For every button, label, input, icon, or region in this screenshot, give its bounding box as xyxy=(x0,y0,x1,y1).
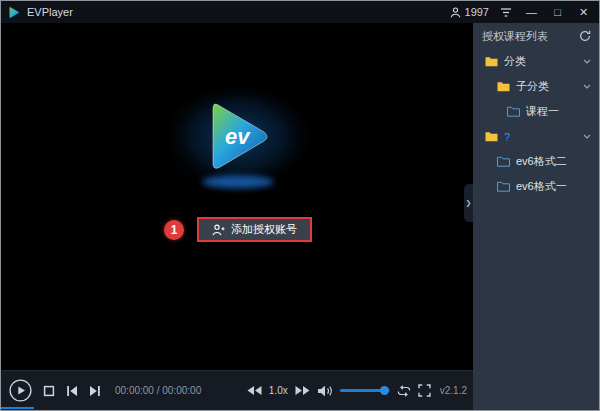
add-account-row: 1 添加授权账号 xyxy=(164,217,312,242)
seek-bar[interactable] xyxy=(1,407,475,409)
chevron-down-icon[interactable] xyxy=(583,84,591,89)
minimize-button[interactable]: — xyxy=(523,4,540,20)
titlebar-right: 1997 — □ ✕ xyxy=(450,4,592,20)
folder-icon xyxy=(497,81,510,92)
previous-button[interactable] xyxy=(66,385,78,397)
ev-logo-text: ev xyxy=(225,124,251,149)
add-account-label: 添加授权账号 xyxy=(231,222,297,237)
tree-item-category[interactable]: 分类 xyxy=(473,49,599,74)
seek-progress xyxy=(1,407,34,409)
tree-item-label: 分类 xyxy=(504,54,526,69)
sidebar-header: 授权课程列表 xyxy=(473,23,599,49)
app-title: EVPlayer xyxy=(27,6,73,18)
folder-icon xyxy=(507,106,520,117)
tree-item-ev6-format-2[interactable]: ev6格式二 xyxy=(473,149,599,174)
sidebar-collapse-handle[interactable]: ❯ xyxy=(464,184,473,222)
control-bar: 00:00:00 / 00:00:00 1.0x xyxy=(1,370,475,410)
tree-item-unnamed[interactable]: ? xyxy=(473,124,599,149)
chevron-down-icon[interactable] xyxy=(583,134,591,139)
tree-item-ev6-format-1[interactable]: ev6格式一 xyxy=(473,174,599,199)
volume-icon[interactable] xyxy=(317,385,333,397)
rewind-button[interactable] xyxy=(247,386,262,395)
maximize-button[interactable]: □ xyxy=(549,4,566,20)
tree-item-label: 课程一 xyxy=(526,104,559,119)
sidebar-title: 授权课程列表 xyxy=(482,29,548,44)
tree-item-label: ev6格式二 xyxy=(516,154,567,169)
add-account-button[interactable]: 添加授权账号 xyxy=(197,217,312,242)
close-button[interactable]: ✕ xyxy=(575,4,592,20)
course-tree: 分类 子分类 课程一 xyxy=(473,49,599,199)
app-logo-icon xyxy=(8,6,21,19)
speed-label[interactable]: 1.0x xyxy=(269,385,288,396)
ev-logo: ev xyxy=(158,85,318,215)
video-area: ev 1 添加授权账号 xyxy=(1,23,475,370)
main-area: ev 1 添加授权账号 xyxy=(1,23,475,410)
next-button[interactable] xyxy=(89,385,101,397)
account-name: 1997 xyxy=(465,6,489,18)
account-button[interactable]: 1997 xyxy=(450,6,489,18)
annotation-step-1: 1 xyxy=(164,220,184,240)
stop-button[interactable] xyxy=(43,385,55,397)
tree-item-label: 子分类 xyxy=(516,79,549,94)
user-icon xyxy=(450,7,461,18)
titlebar: EVPlayer 1997 — □ ✕ xyxy=(1,1,599,23)
folder-icon xyxy=(497,181,510,192)
chevron-down-icon[interactable] xyxy=(583,59,591,64)
tree-item-subcategory[interactable]: 子分类 xyxy=(473,74,599,99)
refresh-icon[interactable] xyxy=(579,30,591,42)
volume-slider[interactable] xyxy=(340,389,390,392)
secondary-controls: 1.0x xyxy=(247,384,467,397)
version-label: v2.1.2 xyxy=(440,385,467,396)
tree-item-label: ev6格式一 xyxy=(516,179,567,194)
loop-button[interactable] xyxy=(397,385,411,397)
evplayer-window: EVPlayer 1997 — □ ✕ xyxy=(0,0,600,411)
tree-item-label: ? xyxy=(504,131,510,143)
fullscreen-button[interactable] xyxy=(418,384,431,397)
tree-item-course-one[interactable]: 课程一 xyxy=(473,99,599,124)
folder-icon xyxy=(485,131,498,142)
course-sidebar: ❯ 授权课程列表 分类 xyxy=(473,23,599,410)
person-add-icon xyxy=(212,224,225,236)
time-display: 00:00:00 / 00:00:00 xyxy=(115,385,201,396)
volume-fill xyxy=(340,389,384,392)
volume-handle[interactable] xyxy=(380,386,389,395)
menu-icon[interactable] xyxy=(498,4,514,20)
titlebar-left: EVPlayer xyxy=(8,6,73,19)
folder-icon xyxy=(497,156,510,167)
folder-icon xyxy=(485,56,498,67)
fast-forward-button[interactable] xyxy=(295,386,310,395)
transport-controls: 00:00:00 / 00:00:00 xyxy=(9,379,201,402)
play-button[interactable] xyxy=(9,379,32,402)
